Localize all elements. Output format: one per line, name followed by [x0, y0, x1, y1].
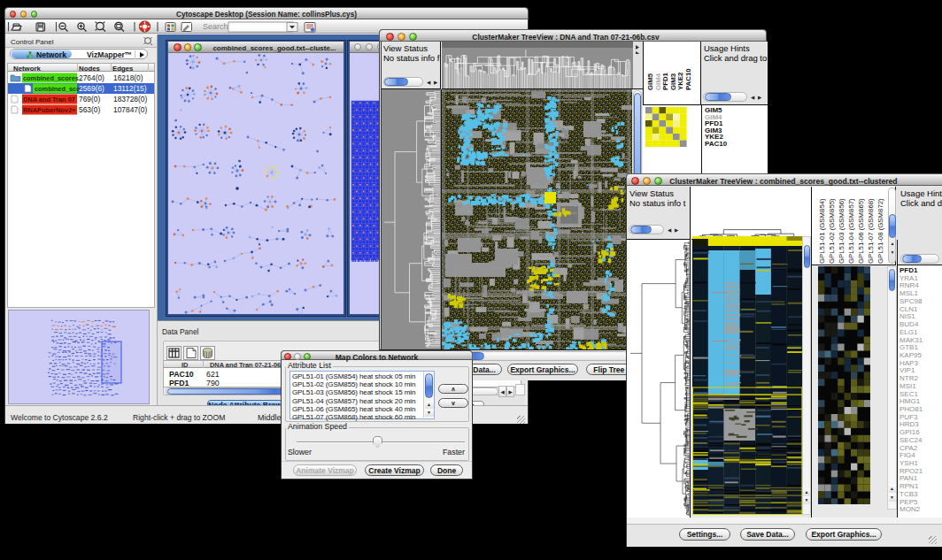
svg-text:183728(0): 183728(0)	[113, 95, 147, 104]
svg-text:combined_scores_: combined_scores_	[23, 74, 83, 82]
svg-text:2764(0): 2764(0)	[79, 73, 104, 82]
svg-text:107847(0): 107847(0)	[113, 105, 147, 114]
svg-text:VizMapper™: VizMapper™	[87, 50, 132, 58]
svg-text:16218(0): 16218(0)	[113, 73, 143, 82]
svg-text:DNA and Tran 07: DNA and Tran 07	[23, 96, 75, 104]
svg-text:combined_sco: combined_sco	[35, 85, 81, 93]
svg-text:563(0): 563(0)	[79, 105, 100, 114]
svg-text:2569(6): 2569(6)	[79, 84, 104, 93]
svg-text:Network: Network	[36, 50, 66, 58]
svg-text:RNAPuberNov2+: RNAPuberNov2+	[23, 106, 76, 114]
svg-text:Search:: Search:	[203, 22, 230, 31]
svg-text:769(0): 769(0)	[79, 95, 100, 104]
svg-text:13112(15): 13112(15)	[113, 84, 147, 93]
